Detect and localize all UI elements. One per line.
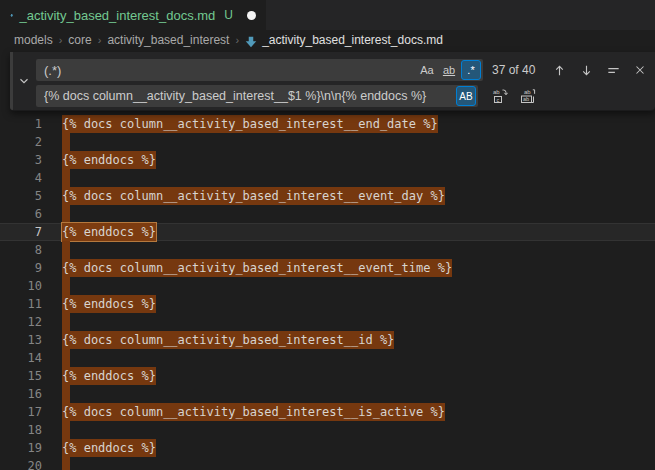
line-content [62,241,70,259]
code-line[interactable]: 7{% enddocs %} [0,223,655,241]
tab-bar: _activity_based_interest_docs.md U [0,0,655,30]
line-content: {% enddocs %} [62,367,156,385]
breadcrumb-item[interactable]: models [14,33,53,47]
code-line[interactable]: 12 [0,313,655,331]
breadcrumb-item[interactable]: activity_based_interest [107,33,229,47]
code-line[interactable]: 18 [0,421,655,439]
line-number: 18 [0,421,62,439]
git-status-badge: U [224,8,233,22]
find-match-empty [62,133,70,151]
find-match-empty [62,241,70,259]
line-content: {% docs column__activity_based_interest_… [62,259,452,277]
code-line[interactable]: 2 [0,133,655,151]
code-line[interactable]: 1{% docs column__activity_based_interest… [0,115,655,133]
line-content [62,421,70,439]
find-match: {% enddocs %} [62,151,156,169]
close-find-button[interactable] [631,61,649,79]
code-lines: 1{% docs column__activity_based_interest… [0,50,655,470]
code-line[interactable]: 10 [0,277,655,295]
find-match-empty [62,421,70,439]
code-line[interactable]: 14 [0,349,655,367]
code-line[interactable]: 17{% docs column__activity_based_interes… [0,403,655,421]
close-icon [633,63,647,77]
whole-word-toggle[interactable]: ab [439,60,459,80]
line-number: 1 [0,115,62,133]
chevron-right-icon: › [235,34,239,46]
line-number: 5 [0,187,62,205]
line-content: {% docs column__activity_based_interest_… [62,331,394,349]
toggle-replace-button[interactable] [15,72,33,90]
code-line[interactable]: 16 [0,385,655,403]
replace-button[interactable]: ab c [491,87,509,105]
regex-toggle[interactable]: .* [461,60,481,80]
find-match-empty [62,277,70,295]
line-number: 17 [0,403,62,421]
selection-lines-icon [606,63,621,78]
line-number: 8 [0,241,62,259]
line-number: 9 [0,259,62,277]
svg-text:ab: ab [524,89,531,95]
tab-filename: _activity_based_interest_docs.md [19,8,215,23]
chevron-down-icon [17,74,31,88]
line-content [62,313,70,331]
line-content: {% docs column__activity_based_interest_… [62,115,438,133]
svg-text:c: c [497,97,500,103]
find-match-empty [62,313,70,331]
line-number: 16 [0,385,62,403]
editor-tab[interactable]: _activity_based_interest_docs.md U [0,0,266,30]
modified-dot-icon[interactable] [247,11,256,20]
breadcrumb-item[interactable]: _activity_based_interest_docs.md [262,33,443,47]
arrow-down-icon [579,63,594,78]
code-line[interactable]: 11{% enddocs %} [0,295,655,313]
breadcrumb-item[interactable]: core [68,33,91,47]
code-line[interactable]: 8 [0,241,655,259]
find-match-empty [62,205,70,223]
line-content [62,457,70,470]
whole-word-label: ab [443,64,455,76]
code-line[interactable]: 19{% enddocs %} [0,439,655,457]
code-line[interactable]: 5{% docs column__activity_based_interest… [0,187,655,205]
line-number: 11 [0,295,62,313]
chevron-right-icon: › [59,34,63,46]
find-match: {% docs column__activity_based_interest_… [62,259,452,277]
replace-icon: ab c [492,88,508,104]
find-match: {% enddocs %} [62,367,156,385]
replace-input-value: {% docs column__activity_based_interest_… [44,89,456,103]
code-line[interactable]: 9{% docs column__activity_based_interest… [0,259,655,277]
markdown-file-icon [245,36,257,48]
next-match-button[interactable] [577,61,595,79]
code-line[interactable]: 4 [0,169,655,187]
preserve-case-toggle[interactable]: AB [456,86,476,106]
previous-match-button[interactable] [550,61,568,79]
find-match: {% docs column__activity_based_interest_… [62,115,438,133]
find-match-empty [62,169,70,187]
line-number: 6 [0,205,62,223]
code-line[interactable]: 6 [0,205,655,223]
arrow-up-icon [552,63,567,78]
find-widget: (.*) Aa ab .* 37 of 40 [10,52,655,111]
line-number: 20 [0,457,62,470]
find-match: {% enddocs %} [62,439,156,457]
code-line[interactable]: 13{% docs column__activity_based_interes… [0,331,655,349]
svg-text:ab: ab [523,96,529,102]
replace-all-icon: ab ab [520,88,536,104]
markdown-file-icon [10,9,13,22]
find-input[interactable]: (.*) Aa ab .* [36,59,483,81]
find-widget-sash[interactable] [10,52,13,110]
match-case-toggle[interactable]: Aa [417,60,437,80]
line-number: 15 [0,367,62,385]
line-content: {% enddocs %} [62,295,156,313]
replace-all-button[interactable]: ab ab [519,87,537,105]
line-number: 2 [0,133,62,151]
find-match-empty [62,385,70,403]
find-in-selection-button[interactable] [604,61,622,79]
line-number: 7 [0,223,62,241]
code-line[interactable]: 20 [0,457,655,470]
editor-pane[interactable]: 1{% docs column__activity_based_interest… [0,50,655,470]
replace-input[interactable]: {% docs column__activity_based_interest_… [36,85,478,107]
find-match-empty [62,457,70,470]
code-line[interactable]: 3{% enddocs %} [0,151,655,169]
line-content [62,277,70,295]
line-content [62,133,70,151]
code-line[interactable]: 15{% enddocs %} [0,367,655,385]
